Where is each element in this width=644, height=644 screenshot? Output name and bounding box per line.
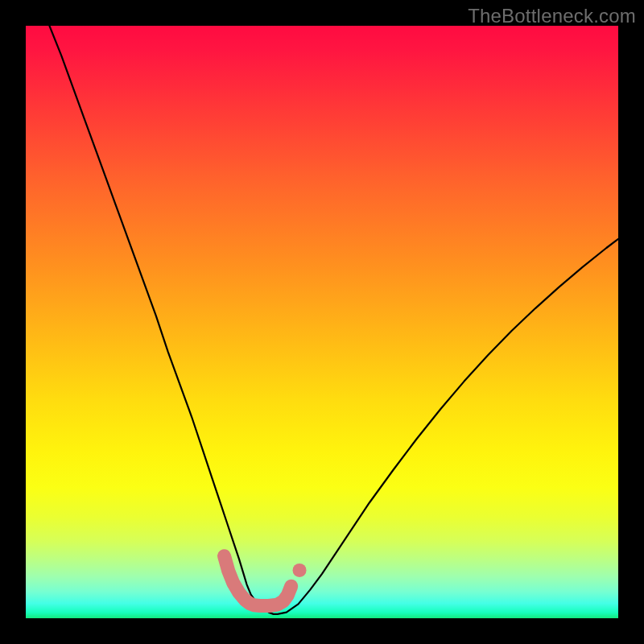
- bottleneck-curve: [49, 26, 618, 614]
- optimal-range-marker: [225, 556, 291, 606]
- plot-area: [26, 26, 618, 618]
- curve-layer: [26, 26, 618, 618]
- watermark-text: TheBottleneck.com: [468, 5, 636, 27]
- chart-container: TheBottleneck.com: [0, 0, 644, 644]
- marker-dot: [293, 564, 307, 577]
